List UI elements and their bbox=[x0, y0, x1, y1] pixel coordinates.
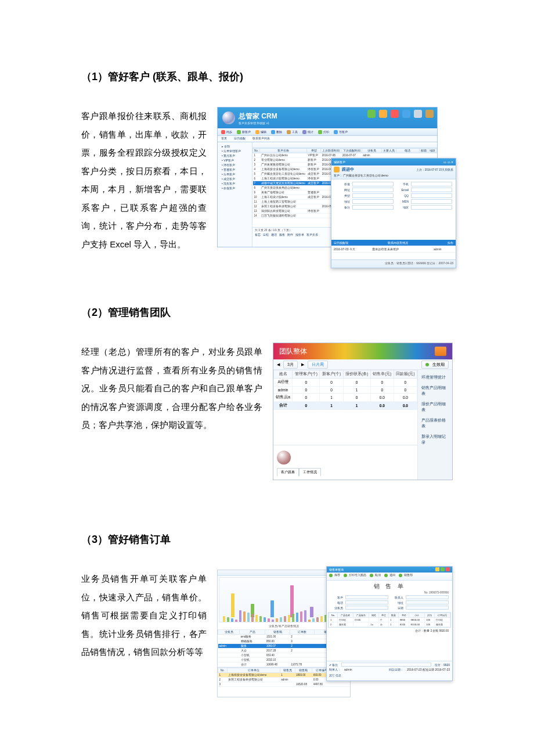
team-title: 团队整体 bbox=[279, 347, 307, 357]
table-row[interactable]: 1广州白云分公司demoVIP客户2016-07-082016-07-07adm… bbox=[253, 153, 437, 158]
tree-item[interactable]: • 流失客户 bbox=[219, 181, 250, 186]
table-row[interactable]: 1打印机D106个198009800.00100打印机 bbox=[329, 618, 450, 622]
table-row[interactable]: 销售员a0100.00.0 bbox=[274, 394, 417, 402]
crm-tabs: 首页日历提醒联系客户列表 bbox=[218, 136, 437, 142]
tab[interactable]: 首页 bbox=[218, 136, 230, 142]
listhdr-3: 操作 bbox=[448, 241, 453, 244]
field[interactable] bbox=[411, 193, 452, 198]
toolbar-button[interactable]: 统计 bbox=[302, 130, 313, 134]
header-icon[interactable] bbox=[425, 110, 434, 118]
bottom-tab[interactable]: 备忘 bbox=[255, 233, 261, 236]
field[interactable] bbox=[411, 188, 452, 192]
side-link[interactable]: 报价产品明细表 bbox=[420, 399, 450, 415]
toolbar-button[interactable]: 销售部 bbox=[399, 573, 413, 577]
sales-screenshot: 业务员/各产品销售情况 业务员产品销售额订单数最高单价(元)amd服务1521.… bbox=[217, 570, 453, 709]
field[interactable] bbox=[352, 199, 394, 204]
header-icon[interactable] bbox=[414, 110, 422, 118]
tree-item[interactable]: • 潜在客户 bbox=[219, 163, 250, 167]
tree-item[interactable]: • 分类管理客户 bbox=[219, 149, 250, 153]
popup-fields: 价值手机网址Email类型QQ地址MSN备注地区 bbox=[331, 179, 456, 212]
table-row[interactable]: A经理00000 bbox=[274, 379, 417, 387]
tree-item[interactable]: • 成交客户 bbox=[219, 177, 250, 181]
field[interactable] bbox=[345, 595, 388, 599]
team-left: 姓名管理客户(个)新客户(个)报价联系(条)销售单(元)回款额(元)A经理000… bbox=[273, 370, 417, 480]
bottom-tab[interactable]: 日程 bbox=[263, 233, 269, 236]
status-big: 跟进中 bbox=[342, 167, 354, 172]
popup-toolbar: 跟进中 上次：2016-07-07 15天后联系 客户： 广州藏金美容化工美容化… bbox=[331, 165, 456, 179]
side-link[interactable]: 新录入明细记录 bbox=[420, 431, 450, 448]
toolbar-button[interactable]: 编辑 bbox=[255, 130, 266, 134]
date-button[interactable]: 3月 bbox=[283, 361, 298, 369]
field[interactable] bbox=[352, 205, 394, 210]
field[interactable] bbox=[411, 205, 452, 210]
next-icon[interactable]: ▶ bbox=[301, 362, 304, 367]
toolbar-button[interactable]: 新客户 bbox=[237, 130, 251, 134]
field[interactable] bbox=[406, 606, 449, 610]
tab[interactable]: 联系客户列表 bbox=[249, 136, 273, 142]
row-2: 经理（老总）管理所有的客户，对业务员跟单客户情况进行监督，查看所有业务员的销售情… bbox=[81, 343, 453, 480]
field[interactable] bbox=[406, 595, 449, 599]
chart-bar bbox=[270, 600, 274, 617]
tree-item[interactable]: • 分类客户 bbox=[219, 172, 250, 177]
toolbar-button[interactable]: 删除 bbox=[271, 130, 282, 134]
tree-item[interactable]: • VIP客户 bbox=[219, 158, 250, 163]
field[interactable] bbox=[352, 182, 394, 186]
field[interactable] bbox=[345, 606, 388, 610]
side-link[interactable]: 销售产品明细表 bbox=[420, 383, 450, 399]
heading-2: （2）管理销售团队 bbox=[81, 305, 453, 319]
header-icon[interactable] bbox=[391, 110, 399, 118]
side-link[interactable]: 产品报表价格表 bbox=[420, 415, 450, 431]
toolbar-button[interactable]: 同步 bbox=[221, 130, 232, 134]
header-icon[interactable] bbox=[379, 110, 387, 118]
customer-popup: 编辑客户 ▭ ▭ ✕ 跟进中 上次：2016-07-07 15天后联系 客户： … bbox=[331, 158, 456, 268]
bottom-tab-1[interactable]: 客户跟单 bbox=[277, 468, 299, 476]
field[interactable] bbox=[411, 182, 452, 186]
prev-icon[interactable]: ◀ bbox=[277, 362, 280, 367]
section-orders: （3）管好销售订单 业务员销售开单可关联客户单位，快速录入产品，销售单价。销售可… bbox=[81, 532, 453, 709]
table-row[interactable]: 316520.084497.80 bbox=[218, 682, 350, 687]
bottom-tab-2[interactable]: 工作情况 bbox=[299, 468, 321, 476]
listhdr-1: 日历提醒项 bbox=[334, 241, 348, 244]
toolbar-button[interactable]: 退回 bbox=[384, 573, 395, 577]
bottom-tab[interactable]: 服务 bbox=[279, 233, 285, 236]
toolbar-button[interactable]: 取消 bbox=[370, 573, 381, 577]
table-row[interactable]: admin00100 bbox=[274, 387, 417, 394]
header-icon[interactable] bbox=[367, 110, 376, 118]
header-icon[interactable] bbox=[402, 110, 410, 118]
team-table: 姓名管理客户(个)新客户(个)报价联系(条)销售单(元)回款额(元)A经理000… bbox=[273, 370, 417, 410]
period-1[interactable]: 日月周 bbox=[308, 361, 328, 369]
field[interactable] bbox=[345, 600, 388, 604]
body-3: 业务员销售开单可关联客户单位，快速录入产品，销售单价。销售可根据需要自定义打印销… bbox=[81, 570, 207, 661]
form-meta: 客户联系人电话地址业务员日期 bbox=[327, 594, 452, 611]
form-items: No.产品名称产品编号规格单位数量单价小计折扣订单情况1打印机D106个1980… bbox=[328, 612, 451, 628]
chart-icon bbox=[435, 347, 446, 356]
bottom-tab[interactable]: 附件 bbox=[287, 233, 293, 236]
toolbar-button[interactable]: 打印导入图品 bbox=[344, 573, 366, 577]
chart-bar bbox=[310, 607, 313, 617]
table-row[interactable]: 2服务器1a台181008100.00100服务器 bbox=[329, 622, 450, 627]
tree-item[interactable]: ▸ 全部 bbox=[219, 144, 250, 149]
toolbar-button[interactable]: 导客户 bbox=[334, 130, 348, 134]
toolbar-button[interactable]: 打印 bbox=[318, 130, 329, 134]
tree-item[interactable]: • 价值客户 bbox=[219, 186, 250, 190]
toolbar-button[interactable]: 工具 bbox=[287, 130, 298, 134]
field[interactable] bbox=[352, 193, 394, 198]
crm-header: 总管家 CRM 客户关系管理 升级版 v1 bbox=[218, 107, 437, 128]
apply-button[interactable]: 生效期 bbox=[421, 361, 449, 369]
tab[interactable]: 日历提醒 bbox=[230, 136, 249, 142]
toolbar-button[interactable]: 保存 bbox=[329, 573, 340, 577]
table-row[interactable]: 合计0110.00.0 bbox=[274, 402, 417, 410]
window-buttons[interactable]: ▭ ▭ ✕ bbox=[443, 160, 453, 164]
tree-item[interactable]: • 普通客户 bbox=[219, 167, 250, 172]
side-link[interactable]: 环境管理统计 bbox=[420, 372, 450, 383]
bottom-tab[interactable]: 客户关系 bbox=[306, 233, 318, 236]
popup-row: 2016-07-03 今天 需求边经理 未来维护 admin bbox=[331, 246, 456, 253]
window-buttons[interactable] bbox=[434, 567, 450, 572]
bottom-tab[interactable]: 通话 bbox=[271, 233, 277, 236]
bottom-tab[interactable]: 报价单 bbox=[295, 233, 304, 236]
field[interactable] bbox=[352, 188, 394, 192]
field[interactable] bbox=[406, 600, 449, 604]
crm-subtitle: 客户关系管理 升级版 v1 bbox=[239, 121, 277, 125]
field[interactable] bbox=[411, 199, 452, 204]
tree-item[interactable]: • 重点客户 bbox=[219, 153, 250, 158]
